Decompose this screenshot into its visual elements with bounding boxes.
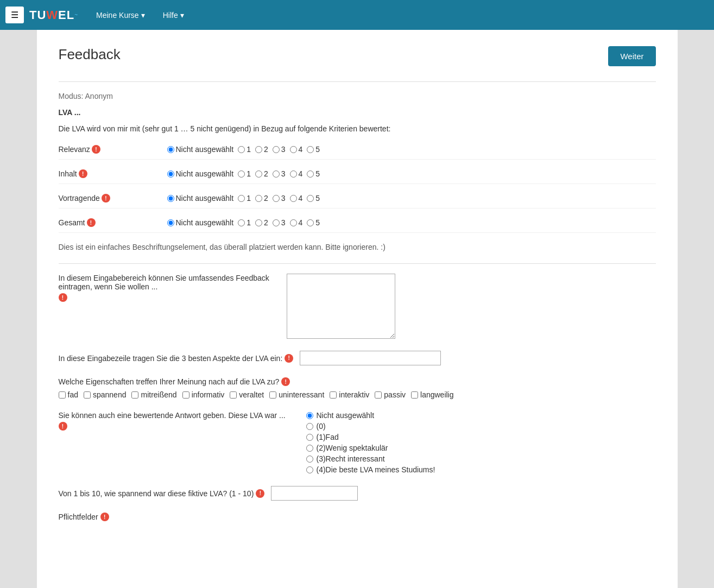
inhalt-2[interactable]: 2 [255, 169, 268, 178]
gesamt-radio-3[interactable] [273, 219, 280, 226]
hilfe-label: Hilfe [163, 11, 178, 20]
spannend-input[interactable] [271, 486, 358, 501]
weiter-button[interactable]: Weiter [608, 46, 655, 66]
inhalt-radio-5[interactable] [307, 170, 314, 178]
textarea-info-icon: ! [59, 293, 67, 302]
checkbox-mitreissend[interactable]: mitreißend [131, 390, 176, 399]
checkbox-uninteressant[interactable]: uninteressant [269, 390, 324, 399]
gesamt-options: Nicht ausgewählt 1 2 3 4 5 [167, 218, 320, 227]
vortragende-radio-1[interactable] [238, 195, 245, 202]
vortragende-nicht-ausgewaehlt[interactable]: Nicht ausgewählt [167, 194, 234, 203]
inhalt-nicht-ausgewaehlt[interactable]: Nicht ausgewählt [167, 169, 234, 178]
bewertende-nicht[interactable]: Nicht ausgewählt [306, 411, 435, 420]
bewertende-0[interactable]: (0) [306, 422, 435, 431]
gesamt-radio-2[interactable] [255, 219, 262, 226]
checkbox-langweilig[interactable]: langweilig [411, 390, 453, 399]
relevanz-radio-5[interactable] [307, 146, 314, 153]
gesamt-1[interactable]: 1 [238, 218, 251, 227]
gesamt-radio-1[interactable] [238, 219, 245, 226]
meine-kurse-link[interactable]: Meine Kurse ▾ [89, 7, 153, 24]
description-text: Die LVA wird von mir mit (sehr gut 1 … 5… [59, 124, 656, 133]
bewertende-radio-1[interactable] [306, 434, 313, 441]
checkbox-veraltet-input[interactable] [230, 391, 237, 399]
navbar-item-hilfe[interactable]: Hilfe ▾ [155, 7, 192, 24]
checkbox-veraltet[interactable]: veraltet [230, 390, 264, 399]
inhalt-radio-4[interactable] [290, 170, 297, 178]
inhalt-radio-2[interactable] [255, 170, 262, 178]
bewertende-3[interactable]: (3)Recht interessant [306, 454, 435, 463]
checkbox-uninteressant-input[interactable] [269, 391, 276, 399]
checkbox-langweilig-input[interactable] [411, 391, 418, 399]
gesamt-3[interactable]: 3 [273, 218, 286, 227]
vortragende-radio-nicht[interactable] [167, 195, 174, 202]
vortragende-1[interactable]: 1 [238, 194, 251, 203]
vortragende-radio-5[interactable] [307, 195, 314, 202]
relevanz-radio-nicht[interactable] [167, 146, 174, 153]
bewertende-radio-4[interactable] [306, 466, 313, 473]
checkbox-informativ-input[interactable] [182, 391, 189, 399]
inhalt-1[interactable]: 1 [238, 169, 251, 178]
checkbox-interaktiv-input[interactable] [330, 391, 337, 399]
header-divider [59, 81, 656, 82]
relevanz-info-icon: ! [92, 145, 100, 154]
checkbox-passiv-input[interactable] [375, 391, 382, 399]
relevanz-radio-3[interactable] [273, 146, 280, 153]
navbar-toggle-button[interactable]: ☰ [5, 7, 24, 23]
vortragende-radio-4[interactable] [290, 195, 297, 202]
vortragende-4[interactable]: 4 [290, 194, 303, 203]
checkbox-mitreissend-input[interactable] [131, 391, 138, 399]
relevanz-1[interactable]: 1 [238, 145, 251, 154]
gesamt-2[interactable]: 2 [255, 218, 268, 227]
checkbox-interaktiv[interactable]: interaktiv [330, 390, 369, 399]
feedback-textarea[interactable] [287, 274, 395, 339]
inhalt-radio-nicht[interactable] [167, 170, 174, 178]
vortragende-3[interactable]: 3 [273, 194, 286, 203]
textarea-label: In diesem Eingabebereich können Sie umfa… [59, 274, 276, 302]
bewertende-4[interactable]: (4)Die beste LVA meines Studiums! [306, 465, 435, 474]
inhalt-options: Nicht ausgewählt 1 2 3 4 5 [167, 169, 320, 178]
best-aspects-input[interactable] [300, 351, 441, 365]
vortragende-radio-2[interactable] [255, 195, 262, 202]
checkbox-fad[interactable]: fad [59, 390, 78, 399]
relevanz-5[interactable]: 5 [307, 145, 320, 154]
bewertende-radio-0[interactable] [306, 423, 313, 430]
relevanz-4[interactable]: 4 [290, 145, 303, 154]
gesamt-radio-nicht[interactable] [167, 219, 174, 226]
relevanz-nicht-ausgewaehlt[interactable]: Nicht ausgewählt [167, 145, 234, 154]
relevanz-2[interactable]: 2 [255, 145, 268, 154]
relevanz-radio-4[interactable] [290, 146, 297, 153]
gesamt-4[interactable]: 4 [290, 218, 303, 227]
vortragende-radio-3[interactable] [273, 195, 280, 202]
inhalt-radio-1[interactable] [238, 170, 245, 178]
bewertende-radio-2[interactable] [306, 445, 313, 452]
inhalt-3[interactable]: 3 [273, 169, 286, 178]
checkbox-spannend[interactable]: spannend [84, 390, 127, 399]
logo: TU W EL ~ [29, 8, 78, 22]
bewertende-radio-3[interactable] [306, 456, 313, 463]
navbar-item-meine-kurse[interactable]: Meine Kurse ▾ [89, 7, 153, 24]
inhalt-4[interactable]: 4 [290, 169, 303, 178]
gesamt-5[interactable]: 5 [307, 218, 320, 227]
vortragende-2[interactable]: 2 [255, 194, 268, 203]
logo-text: TU [29, 8, 46, 22]
inhalt-radio-3[interactable] [273, 170, 280, 178]
desc-label: Dies ist ein einfaches Beschriftungselem… [59, 243, 656, 251]
checkbox-fad-input[interactable] [59, 391, 66, 399]
hilfe-link[interactable]: Hilfe ▾ [155, 7, 192, 24]
relevanz-3[interactable]: 3 [273, 145, 286, 154]
gesamt-nicht-ausgewaehlt[interactable]: Nicht ausgewählt [167, 218, 234, 227]
checkbox-informativ[interactable]: informativ [182, 390, 225, 399]
bewertende-2[interactable]: (2)Wenig spektakulär [306, 444, 435, 452]
checkbox-passiv[interactable]: passiv [375, 390, 406, 399]
relevanz-radio-2[interactable] [255, 146, 262, 153]
vortragende-5[interactable]: 5 [307, 194, 320, 203]
checkbox-spannend-input[interactable] [84, 391, 91, 399]
gesamt-radio-4[interactable] [290, 219, 297, 226]
bewertende-radio-nicht[interactable] [306, 412, 313, 419]
eigenschaften-info-icon: ! [281, 377, 290, 386]
inhalt-5[interactable]: 5 [307, 169, 320, 178]
checkboxes-row: fad spannend mitreißend informativ veral… [59, 390, 656, 399]
relevanz-radio-1[interactable] [238, 146, 245, 153]
bewertende-1[interactable]: (1)Fad [306, 433, 435, 441]
gesamt-radio-5[interactable] [307, 219, 314, 226]
